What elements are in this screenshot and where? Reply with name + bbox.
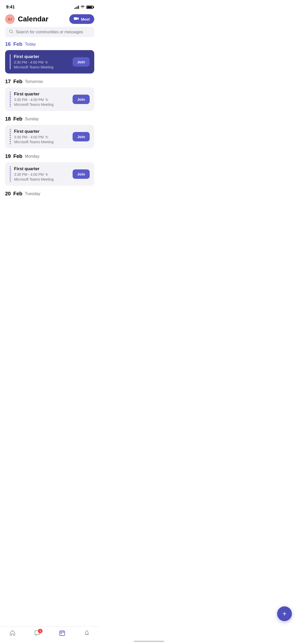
event-time: 3:30 PM - 4:00 PM xyxy=(14,60,44,64)
event-platform: Microsoft Teams Meeting xyxy=(14,177,53,181)
event-card-left: First quarter3:30 PM - 4:00 PM↻Microsoft… xyxy=(10,129,53,144)
join-button[interactable]: Join xyxy=(73,95,90,104)
recurrence-icon: ↻ xyxy=(45,60,48,64)
event-card[interactable]: First quarter3:30 PM - 4:00 PM↻Microsoft… xyxy=(5,125,94,148)
event-time: 3:30 PM - 4:00 PM xyxy=(14,135,44,139)
event-title: First quarter xyxy=(14,54,53,59)
date-month: Feb xyxy=(13,79,22,84)
date-number: 20 xyxy=(5,191,11,197)
event-platform: Microsoft Teams Meeting xyxy=(14,140,53,144)
event-card[interactable]: First quarter3:30 PM - 4:00 PM↻Microsoft… xyxy=(5,50,94,74)
date-day-label: Tuesday xyxy=(25,192,40,196)
event-card-left: First quarter3:30 PM - 4:00 PM↻Microsoft… xyxy=(10,166,53,182)
date-header: 17FebTomorrow xyxy=(5,79,94,84)
date-day-label: Sunday xyxy=(25,117,39,121)
join-button[interactable]: Join xyxy=(73,57,90,67)
event-title: First quarter xyxy=(14,92,53,97)
event-platform: Microsoft Teams Meeting xyxy=(14,65,53,69)
date-group: 18FebSundayFirst quarter3:30 PM - 4:00 P… xyxy=(5,116,94,148)
date-number: 17 xyxy=(5,79,11,84)
event-indicator xyxy=(10,92,11,107)
wifi-icon xyxy=(80,5,85,9)
header: SJ Calendar Meet xyxy=(0,12,99,27)
status-icons xyxy=(74,5,93,9)
date-header: 19FebMonday xyxy=(5,153,94,159)
date-header: 16FebToday xyxy=(5,41,94,47)
event-card-left: First quarter3:30 PM - 4:00 PM↻Microsoft… xyxy=(10,92,53,107)
date-header: 20FebTuesday xyxy=(5,191,94,197)
video-camera-icon xyxy=(74,17,79,21)
event-info: First quarter3:30 PM - 4:00 PM↻Microsoft… xyxy=(14,166,53,181)
event-time: 3:30 PM - 4:00 PM xyxy=(14,98,44,102)
date-month: Feb xyxy=(13,116,22,122)
event-indicator xyxy=(10,166,11,182)
date-number: 18 xyxy=(5,116,11,122)
page-title: Calendar xyxy=(18,15,48,23)
event-card-left: First quarter3:30 PM - 4:00 PM↻Microsoft… xyxy=(10,54,53,69)
event-info: First quarter3:30 PM - 4:00 PM↻Microsoft… xyxy=(14,92,53,107)
event-card[interactable]: First quarter3:30 PM - 4:00 PM↻Microsoft… xyxy=(5,162,94,186)
recurrence-icon: ↻ xyxy=(45,98,48,102)
event-indicator xyxy=(10,54,11,69)
date-month: Feb xyxy=(13,153,22,159)
join-button[interactable]: Join xyxy=(73,169,90,179)
signal-icon xyxy=(74,5,79,9)
event-indicator xyxy=(10,129,11,144)
search-bar[interactable] xyxy=(5,27,94,37)
calendar-content: 16FebTodayFirst quarter3:30 PM - 4:00 PM… xyxy=(0,41,99,230)
date-number: 19 xyxy=(5,153,11,159)
date-header: 18FebSunday xyxy=(5,116,94,122)
event-card[interactable]: First quarter3:30 PM - 4:00 PM↻Microsoft… xyxy=(5,87,94,111)
status-bar: 9:41 xyxy=(0,0,99,12)
date-group: 17FebTomorrowFirst quarter3:30 PM - 4:00… xyxy=(5,79,94,111)
date-month: Feb xyxy=(13,191,22,197)
meet-button[interactable]: Meet xyxy=(69,14,94,24)
event-info: First quarter3:30 PM - 4:00 PM↻Microsoft… xyxy=(14,129,53,144)
date-day-label: Tomorrow xyxy=(25,79,43,84)
search-input[interactable] xyxy=(16,30,90,34)
event-time-row: 3:30 PM - 4:00 PM↻ xyxy=(14,172,53,177)
recurrence-icon: ↻ xyxy=(45,135,48,139)
event-time-row: 3:30 PM - 4:00 PM↻ xyxy=(14,135,53,139)
date-group: 16FebTodayFirst quarter3:30 PM - 4:00 PM… xyxy=(5,41,94,74)
event-time: 3:30 PM - 4:00 PM xyxy=(14,172,44,177)
date-month: Feb xyxy=(13,41,22,47)
date-day-label: Today xyxy=(25,42,36,47)
event-time-row: 3:30 PM - 4:00 PM↻ xyxy=(14,60,53,64)
event-info: First quarter3:30 PM - 4:00 PM↻Microsoft… xyxy=(14,54,53,69)
event-time-row: 3:30 PM - 4:00 PM↻ xyxy=(14,98,53,102)
status-time: 9:41 xyxy=(6,5,15,10)
event-title: First quarter xyxy=(14,129,53,134)
event-platform: Microsoft Teams Meeting xyxy=(14,103,53,107)
header-left: SJ Calendar xyxy=(5,14,48,24)
join-button[interactable]: Join xyxy=(73,132,90,141)
avatar[interactable]: SJ xyxy=(5,14,15,24)
svg-rect-0 xyxy=(74,17,77,20)
date-number: 16 xyxy=(5,41,11,47)
search-icon xyxy=(9,30,13,35)
battery-icon xyxy=(86,6,93,9)
event-title: First quarter xyxy=(14,166,53,171)
date-group: 20FebTuesday xyxy=(5,191,94,197)
recurrence-icon: ↻ xyxy=(45,172,48,177)
date-day-label: Monday xyxy=(25,154,39,159)
date-group: 19FebMondayFirst quarter3:30 PM - 4:00 P… xyxy=(5,153,94,186)
meet-button-label: Meet xyxy=(81,17,90,21)
